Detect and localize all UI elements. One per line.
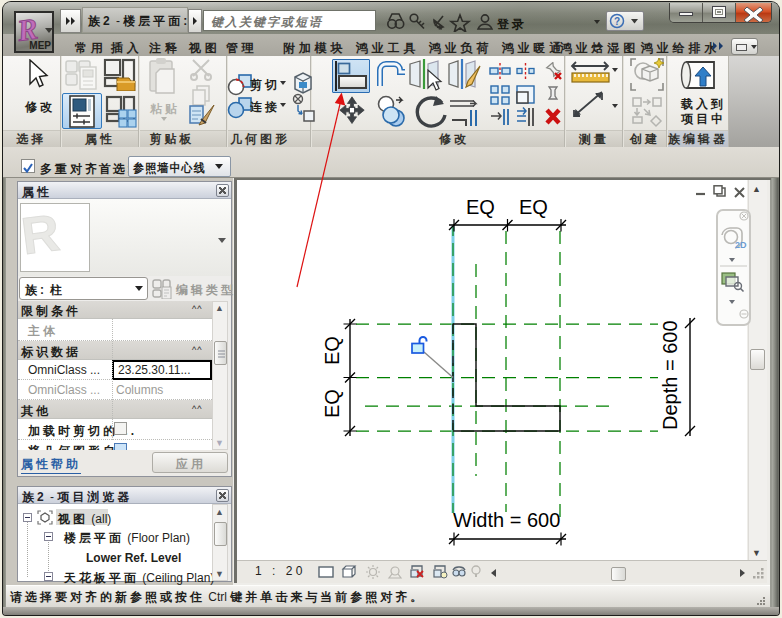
svg-text:EQ: EQ bbox=[519, 196, 548, 218]
svg-text:EQ: EQ bbox=[321, 389, 343, 418]
svg-text:Width = 600: Width = 600 bbox=[453, 509, 560, 531]
svg-text:Depth = 600: Depth = 600 bbox=[659, 320, 681, 430]
svg-text:EQ: EQ bbox=[466, 196, 495, 218]
svg-text:EQ: EQ bbox=[321, 336, 343, 365]
